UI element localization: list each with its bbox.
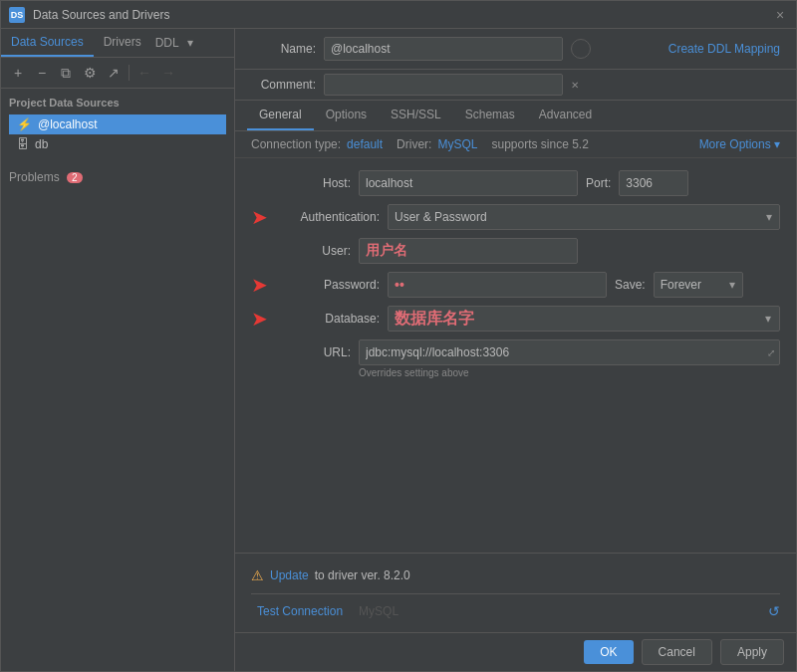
auth-row: ➤ Authentication: User & Password xyxy=(251,204,780,230)
cancel-button[interactable]: Cancel xyxy=(642,639,712,665)
actions-right: ↺ xyxy=(768,603,780,619)
url-input[interactable] xyxy=(360,343,763,361)
connection-icon: ⚡ xyxy=(17,117,32,131)
port-label: Port: xyxy=(586,176,611,190)
comment-label: Comment: xyxy=(251,78,316,92)
name-row: Name: Create DDL Mapping xyxy=(235,29,796,70)
url-label: URL: xyxy=(251,345,351,359)
tab-sshssl[interactable]: SSH/SSL xyxy=(379,101,453,130)
dialog-title: Data Sources and Drivers xyxy=(33,8,772,22)
conn-type-row: Connection type: default Driver: MySQL s… xyxy=(235,131,796,158)
auth-select[interactable]: User & Password xyxy=(388,204,780,230)
host-row: Host: Port: xyxy=(251,170,780,196)
test-connection-btn[interactable]: Test Connection xyxy=(251,602,349,620)
password-label: Password: xyxy=(280,278,380,292)
dialog: DS Data Sources and Drivers × Data Sourc… xyxy=(0,0,797,672)
close-button[interactable]: × xyxy=(772,7,788,23)
save-select[interactable]: Forever Until restart Never xyxy=(654,272,743,298)
tab-schemas[interactable]: Schemas xyxy=(453,101,527,130)
auth-label: Authentication: xyxy=(280,210,380,224)
toolbar-separator xyxy=(129,65,130,81)
tab-data-sources[interactable]: Data Sources xyxy=(1,29,94,57)
main-content: Data Sources Drivers DDL ▾ + − ⧉ ⚙ ↗ ← → xyxy=(1,29,796,671)
bottom-section: ⚠ Update to driver ver. 8.2.0 Test Conne… xyxy=(235,553,796,632)
conn-type-value[interactable]: default xyxy=(347,137,383,151)
host-label: Host: xyxy=(251,176,351,190)
refresh-icon[interactable]: ↺ xyxy=(768,603,780,619)
content-tabs: General Options SSH/SSL Schemas Advanced xyxy=(235,101,796,131)
footer-buttons: OK Cancel Apply xyxy=(235,632,796,671)
sidebar-item-db-label: db xyxy=(35,137,48,151)
warning-icon: ⚠ xyxy=(251,567,264,583)
copy-button[interactable]: ⧉ xyxy=(55,62,77,84)
project-section: Project Data Sources ⚡ @localhost 🗄 db xyxy=(1,89,234,158)
forward-button[interactable]: → xyxy=(157,62,179,84)
ok-button[interactable]: OK xyxy=(584,640,633,664)
save-label: Save: xyxy=(615,278,646,292)
arrow-annotation-db: ➤ xyxy=(251,307,268,331)
driver-suffix: supports since 5.2 xyxy=(491,137,588,151)
name-status-icon xyxy=(571,39,591,59)
update-row: ⚠ Update to driver ver. 8.2.0 xyxy=(251,561,780,589)
sidebar-item-localhost[interactable]: ⚡ @localhost xyxy=(9,114,226,134)
password-row: ➤ Password: Save: Forever Until restart … xyxy=(251,272,780,298)
sidebar-item-db[interactable]: 🗄 db xyxy=(9,134,226,154)
url-expand-icon: ⤢ xyxy=(763,347,779,358)
comment-input[interactable] xyxy=(324,74,563,96)
sidebar-tabs: Data Sources Drivers DDL ▾ xyxy=(1,29,234,58)
user-input[interactable] xyxy=(359,238,578,264)
content-panel: Name: Create DDL Mapping Comment: ✕ Gene… xyxy=(235,29,796,671)
comment-row: Comment: ✕ xyxy=(235,70,796,101)
arrow-annotation-pass: ➤ xyxy=(251,273,268,297)
save-select-wrap: Forever Until restart Never xyxy=(654,272,743,298)
problems-label: Problems xyxy=(9,170,60,184)
password-input[interactable] xyxy=(388,272,607,298)
problems-badge: 2 xyxy=(67,172,83,183)
actions-row: Test Connection MySQL ↺ xyxy=(251,593,780,624)
section-title: Project Data Sources xyxy=(9,97,226,109)
ddl-mapping-link[interactable]: Create DDL Mapping xyxy=(668,42,780,56)
arrow-annotation-auth: ➤ xyxy=(251,205,268,229)
port-input[interactable] xyxy=(619,170,688,196)
database-row: ➤ Database: xyxy=(251,306,780,332)
tab-general[interactable]: General xyxy=(247,101,314,130)
apply-button[interactable]: Apply xyxy=(720,639,784,665)
url-hint: Overrides settings above xyxy=(359,367,780,378)
app-icon: DS xyxy=(9,7,25,23)
db-icon: 🗄 xyxy=(17,137,29,151)
user-row: User: xyxy=(251,238,780,264)
sidebar-tab-dropdown[interactable]: ▾ xyxy=(183,32,197,54)
sidebar-toolbar: + − ⧉ ⚙ ↗ ← → xyxy=(1,58,234,89)
driver-label: Driver: xyxy=(397,137,431,151)
update-link[interactable]: Update xyxy=(270,568,309,582)
titlebar: DS Data Sources and Drivers × xyxy=(1,1,796,29)
comment-icon: ✕ xyxy=(571,80,579,91)
form-area: Host: Port: ➤ Authentication: User & Pas… xyxy=(235,158,796,553)
tab-drivers[interactable]: Drivers xyxy=(94,29,151,57)
conn-type-label: Connection type: xyxy=(251,137,341,151)
remove-button[interactable]: − xyxy=(31,62,53,84)
export-button[interactable]: ↗ xyxy=(103,62,125,84)
name-input[interactable] xyxy=(324,37,563,61)
mysql-label: MySQL xyxy=(359,604,398,618)
sidebar-item-label: @localhost xyxy=(38,117,98,131)
driver-value[interactable]: MySQL xyxy=(437,137,477,151)
add-button[interactable]: + xyxy=(7,62,29,84)
database-label: Database: xyxy=(280,312,380,326)
tab-options[interactable]: Options xyxy=(314,101,379,130)
user-label: User: xyxy=(251,244,351,258)
more-options-btn[interactable]: More Options ▾ xyxy=(699,137,780,151)
url-input-wrap: ⤢ xyxy=(359,339,780,365)
tab-advanced[interactable]: Advanced xyxy=(527,101,604,130)
name-label: Name: xyxy=(251,42,316,56)
tab-ddl: DDL xyxy=(151,30,183,56)
host-input[interactable] xyxy=(359,170,578,196)
auth-select-wrap: User & Password xyxy=(388,204,780,230)
sidebar: Data Sources Drivers DDL ▾ + − ⧉ ⚙ ↗ ← → xyxy=(1,29,235,671)
database-input[interactable] xyxy=(389,308,759,330)
url-row: URL: ⤢ xyxy=(251,339,780,365)
url-section: URL: ⤢ Overrides settings above xyxy=(251,339,780,378)
settings-button[interactable]: ⚙ xyxy=(79,62,101,84)
back-button[interactable]: ← xyxy=(133,62,155,84)
problems-section: Problems 2 xyxy=(1,158,234,188)
